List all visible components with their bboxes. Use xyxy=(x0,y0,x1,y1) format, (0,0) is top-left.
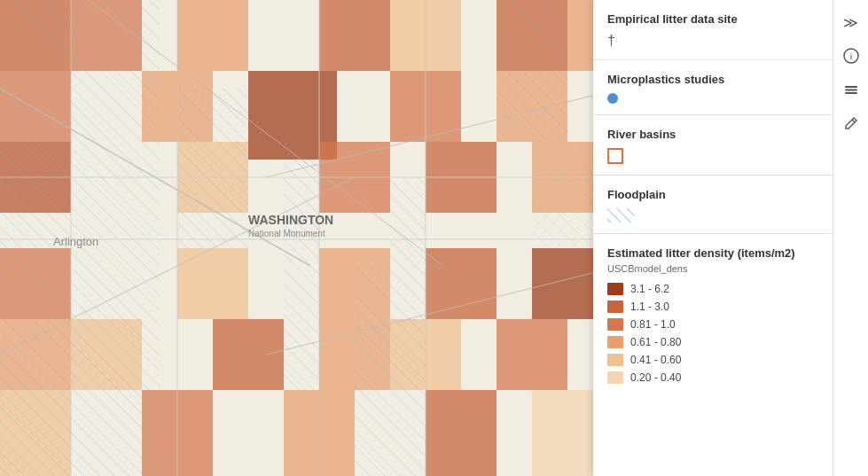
microplastics-section: Microplastics studies xyxy=(593,60,833,115)
svg-text:i: i xyxy=(849,51,852,61)
svg-rect-24 xyxy=(213,319,284,390)
density-row-2: 1.1 - 3.0 xyxy=(607,300,818,313)
density-layer xyxy=(0,0,621,476)
pencil-button[interactable] xyxy=(836,108,866,138)
empirical-title: Empirical litter data site xyxy=(607,12,818,26)
density-subtitle: USCBmodel_dens xyxy=(607,263,818,274)
density-row-1: 3.1 - 6.2 xyxy=(607,283,818,295)
density-row-6: 0.20 - 0.40 xyxy=(607,371,818,384)
svg-rect-37 xyxy=(355,266,426,476)
sidebar-icons: ≫ i xyxy=(833,0,868,476)
layers-button[interactable] xyxy=(836,74,866,105)
svg-rect-58 xyxy=(845,92,857,94)
density-label-2: 1.1 - 3.0 xyxy=(630,300,669,313)
floodplain-title: Floodplain xyxy=(607,188,818,201)
svg-rect-2 xyxy=(177,0,248,71)
density-label-3: 0.81 - 1.0 xyxy=(630,318,676,331)
dagger-icon: † xyxy=(607,33,615,49)
floodplain-section: Floodplain xyxy=(593,176,833,234)
microplastics-icon-row xyxy=(607,93,818,104)
density-swatch-1 xyxy=(607,283,623,295)
svg-rect-3 xyxy=(319,0,390,71)
svg-rect-53 xyxy=(607,208,634,222)
svg-rect-20 xyxy=(426,248,497,319)
river-basins-title: River basins xyxy=(607,128,818,141)
density-label-6: 0.20 - 0.40 xyxy=(630,371,681,384)
density-label-5: 0.41 - 0.60 xyxy=(630,354,681,366)
svg-rect-36 xyxy=(284,160,319,390)
svg-rect-18 xyxy=(177,248,248,319)
svg-rect-34 xyxy=(0,0,160,476)
info-button[interactable]: i xyxy=(836,41,866,71)
legend-panel: Empirical litter data site † Microplasti… xyxy=(593,0,833,476)
svg-rect-57 xyxy=(845,90,857,91)
density-swatch-5 xyxy=(607,354,623,366)
microplastics-title: Microplastics studies xyxy=(607,73,818,86)
density-swatch-2 xyxy=(607,300,623,313)
svg-rect-39 xyxy=(390,177,426,266)
density-row-3: 0.81 - 1.0 xyxy=(607,318,818,331)
empirical-section: Empirical litter data site † xyxy=(593,0,833,60)
svg-rect-27 xyxy=(497,319,567,390)
density-swatch-6 xyxy=(607,371,623,384)
density-row-5: 0.41 - 0.60 xyxy=(607,354,818,366)
density-label-4: 0.61 - 0.80 xyxy=(630,336,681,348)
blue-circle-icon xyxy=(607,93,618,104)
density-section: Estimated litter density (items/m2) USCB… xyxy=(593,234,833,403)
floodplain-icon-row xyxy=(607,208,818,222)
river-basins-icon-row xyxy=(607,148,818,164)
density-row-4: 0.61 - 0.80 xyxy=(607,336,818,348)
expand-button[interactable]: ≫ xyxy=(836,7,866,37)
river-basin-icon xyxy=(607,148,623,164)
density-title: Estimated litter density (items/m2) xyxy=(607,246,818,260)
river-basins-section: River basins xyxy=(593,115,833,176)
empirical-icon-row: † xyxy=(607,33,818,49)
density-label-1: 3.1 - 6.2 xyxy=(630,283,669,295)
svg-rect-31 xyxy=(426,390,497,476)
density-swatch-3 xyxy=(607,318,623,331)
floodplain-hatch-icon xyxy=(607,208,634,222)
density-swatch-4 xyxy=(607,336,623,348)
svg-rect-38 xyxy=(497,0,567,142)
svg-rect-56 xyxy=(845,86,857,88)
svg-line-59 xyxy=(852,120,855,122)
